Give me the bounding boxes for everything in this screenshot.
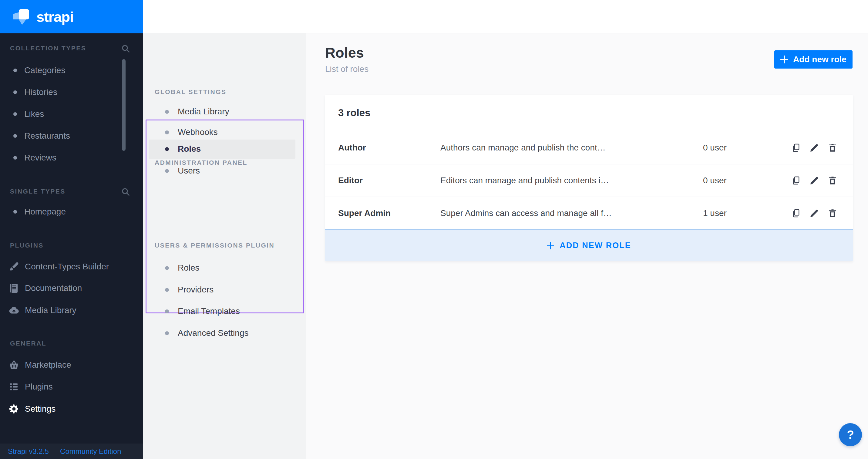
add-new-role-footer-button[interactable]: ADD NEW ROLE <box>325 229 853 261</box>
bullet-icon <box>165 266 169 270</box>
settings-item-webhooks[interactable]: Webhooks <box>143 124 306 141</box>
role-name: Super Admin <box>338 208 391 218</box>
bullet-icon <box>165 331 169 335</box>
topbar <box>143 0 868 33</box>
help-button[interactable]: ? <box>839 423 862 446</box>
sidebar-item-restaurants[interactable]: Restaurants <box>0 128 143 144</box>
cloud-upload-icon <box>8 305 20 316</box>
table-row-editor[interactable]: Editor Editors can manage and publish co… <box>325 164 853 196</box>
delete-trash-icon[interactable] <box>827 208 838 218</box>
strapi-admin-app: strapi COLLECTION TYPES Categories Histo… <box>0 0 868 459</box>
settings-item-media-library[interactable]: Media Library <box>143 103 306 120</box>
bullet-icon <box>165 130 169 134</box>
plus-icon <box>780 56 788 63</box>
table-row-super-admin[interactable]: Super Admin Super Admins can access and … <box>325 196 853 229</box>
sidebar-item-homepage[interactable]: Homepage <box>0 204 143 220</box>
plugins-heading: PLUGINS <box>10 242 44 249</box>
settings-item-roles-admin[interactable]: Roles <box>143 141 306 157</box>
version-link[interactable]: Strapi v3.2.5 — Community Edition <box>8 447 121 456</box>
bullet-icon <box>165 147 169 151</box>
settings-item-users[interactable]: Users <box>143 162 306 179</box>
bullet-icon <box>13 112 17 116</box>
sidebar-item-histories[interactable]: Histories <box>0 84 143 100</box>
role-description: Authors can manage and publish the cont… <box>440 143 606 153</box>
role-description: Editors can manage and publish contents … <box>440 176 609 185</box>
edit-pencil-icon[interactable] <box>809 175 819 186</box>
delete-trash-icon[interactable] <box>827 175 838 186</box>
settings-subnav: GLOBAL SETTINGS Media Library Webhooks A… <box>143 33 306 459</box>
bullet-icon <box>13 68 17 72</box>
edit-pencil-icon[interactable] <box>809 208 819 218</box>
bullet-icon <box>165 169 169 173</box>
role-user-count: 1 user <box>703 208 727 218</box>
plus-icon <box>547 242 554 249</box>
users-permissions-heading: USERS & PERMISSIONS PLUGIN <box>155 242 275 249</box>
sidebar-item-marketplace[interactable]: Marketplace <box>0 357 143 373</box>
duplicate-icon[interactable] <box>791 175 801 186</box>
duplicate-icon[interactable] <box>791 208 801 218</box>
bullet-icon <box>13 210 17 214</box>
main-sidebar: strapi COLLECTION TYPES Categories Histo… <box>0 0 143 459</box>
sidebar-item-documentation[interactable]: Documentation <box>0 280 143 296</box>
strapi-logo[interactable]: strapi <box>0 0 143 33</box>
bullet-icon <box>165 110 169 114</box>
settings-item-email-templates[interactable]: Email Templates <box>143 303 306 320</box>
role-name: Editor <box>338 176 363 185</box>
strapi-logo-text: strapi <box>36 8 73 25</box>
role-description: Super Admins can access and manage all f… <box>440 208 612 218</box>
edit-pencil-icon[interactable] <box>809 143 819 153</box>
collection-types-heading: COLLECTION TYPES <box>10 44 86 52</box>
basket-icon <box>8 360 20 370</box>
roles-count-label: 3 roles <box>338 107 370 119</box>
sidebar-item-likes[interactable]: Likes <box>0 106 143 122</box>
duplicate-icon[interactable] <box>791 143 801 153</box>
settings-item-roles-up[interactable]: Roles <box>143 259 306 276</box>
bullet-icon <box>165 288 169 292</box>
sidebar-version-footer[interactable]: Strapi v3.2.5 — Community Edition <box>0 443 143 459</box>
bullet-icon <box>13 134 17 138</box>
settings-item-advanced-settings[interactable]: Advanced Settings <box>143 325 306 342</box>
add-new-role-button[interactable]: Add new role <box>774 50 852 68</box>
settings-item-providers[interactable]: Providers <box>143 281 306 298</box>
book-icon <box>8 283 20 294</box>
page-subtitle: List of roles <box>325 64 369 74</box>
list-icon <box>8 381 20 392</box>
bullet-icon <box>165 309 169 313</box>
sidebar-item-categories[interactable]: Categories <box>0 62 143 78</box>
search-icon[interactable] <box>121 187 130 196</box>
roles-list-card: 3 roles Author Authors can manage and pu… <box>325 95 853 261</box>
global-settings-heading: GLOBAL SETTINGS <box>155 88 226 96</box>
role-user-count: 0 user <box>703 143 727 153</box>
role-user-count: 0 user <box>703 176 727 185</box>
general-heading: GENERAL <box>10 340 46 347</box>
delete-trash-icon[interactable] <box>827 143 838 153</box>
sidebar-item-settings[interactable]: Settings <box>0 401 143 417</box>
gear-icon <box>8 403 20 415</box>
bullet-icon <box>13 90 17 94</box>
brush-icon <box>8 261 20 272</box>
strapi-logo-icon <box>13 8 30 26</box>
table-row-author[interactable]: Author Authors can manage and publish th… <box>325 131 853 164</box>
bullet-icon <box>13 156 17 160</box>
sidebar-item-content-types-builder[interactable]: Content-Types Builder <box>0 259 143 275</box>
search-icon[interactable] <box>121 44 130 53</box>
sidebar-item-plugins[interactable]: Plugins <box>0 379 143 395</box>
role-name: Author <box>338 143 366 153</box>
page-title: Roles <box>325 44 364 61</box>
single-types-heading: SINGLE TYPES <box>10 188 65 195</box>
sidebar-item-reviews[interactable]: Reviews <box>0 150 143 166</box>
sidebar-item-media-library[interactable]: Media Library <box>0 302 143 318</box>
